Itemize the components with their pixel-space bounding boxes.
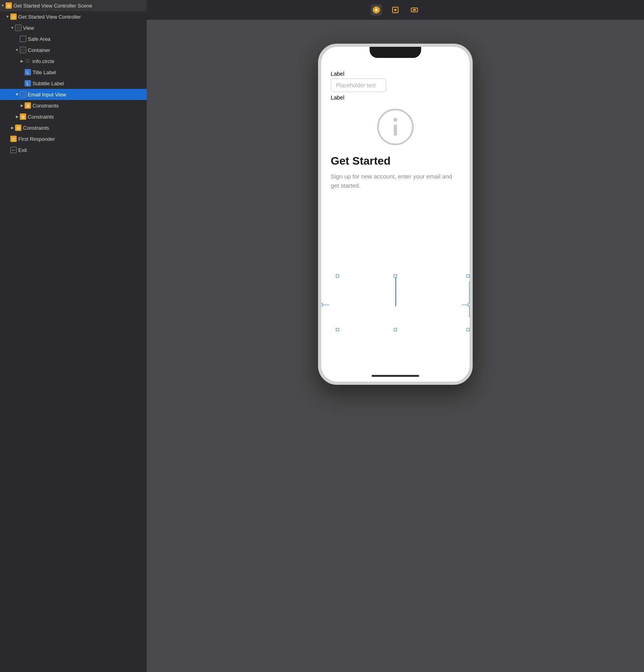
bottom-label: Label	[331, 94, 460, 101]
tree-icon-title-label: L	[25, 69, 31, 75]
phone-home-indicator	[372, 375, 419, 377]
tree-icon-constraints-2: ⊞	[20, 113, 26, 120]
tree-label-first-responder: First Responder	[18, 136, 144, 142]
tree-arrow-email-input-view[interactable]: ▼	[14, 92, 20, 96]
tree-item-container[interactable]: ▼□Container	[0, 44, 147, 56]
tree-icon-view: □	[15, 25, 21, 31]
tree-item-view[interactable]: ▼□View	[0, 22, 147, 33]
tree-icon-info-circle: ⓘ	[25, 58, 31, 64]
tree-arrow-constraints-3[interactable]: ▶	[10, 126, 15, 130]
tree-label-constraints-1: Constraints	[33, 103, 144, 109]
tree-arrow-constraints-1[interactable]: ▶	[19, 104, 25, 108]
svg-rect-8	[394, 125, 397, 136]
tree-label-safe-area: Safe Area	[28, 36, 144, 42]
tree-arrow-view[interactable]: ▼	[10, 26, 15, 30]
tree-item-info-circle[interactable]: ▶ⓘinfo.circle	[0, 56, 147, 67]
screen-content: Label Placeholder text Label Ge	[321, 47, 470, 382]
tree-label-subtitle-label: Subtitle Label	[33, 81, 144, 86]
phone-screen: Label Placeholder text Label Ge	[321, 47, 470, 382]
get-started-title: Get Started	[331, 155, 460, 167]
tree-label-exit: Exit	[18, 147, 144, 153]
tree-arrow-scene[interactable]: ▼	[0, 4, 6, 8]
tree-item-constraints-1[interactable]: ▶⊞Constraints	[0, 100, 147, 111]
tree-label-view: View	[23, 25, 144, 31]
tree-icon-subtitle-label: L	[25, 80, 31, 86]
tree-label-email-input-view: Email Input View	[28, 92, 144, 98]
svg-point-7	[393, 118, 397, 122]
tree-icon-exit: ↩	[10, 147, 17, 153]
svg-point-3	[394, 9, 397, 11]
tree-item-exit[interactable]: ↩Exit	[0, 144, 147, 156]
tree-item-first-responder[interactable]: ⊡First Responder	[0, 133, 147, 144]
svg-rect-5	[413, 9, 416, 11]
tree-icon-vc: ⊡	[10, 13, 17, 20]
get-started-subtitle: Sign up for new account, enter your emai…	[331, 172, 460, 190]
tree-item-constraints-2[interactable]: ▶⊞Constraints	[0, 111, 147, 122]
tree-icon-first-responder: ⊡	[10, 136, 17, 142]
tree-item-vc[interactable]: ▼⊡Get Started View Controller	[0, 11, 147, 22]
tree-item-subtitle-label[interactable]: LSubtitle Label	[0, 78, 147, 89]
phone-wrapper: Label Placeholder text Label Ge	[318, 44, 473, 385]
tree-label-vc: Get Started View Controller	[18, 14, 144, 20]
tree-arrow-constraints-2[interactable]: ▶	[14, 115, 20, 119]
tree-icon-scene: ⊞	[6, 2, 12, 9]
tree-arrow-container[interactable]: ▼	[14, 48, 20, 52]
phone-notch	[370, 47, 421, 58]
tree-item-constraints-3[interactable]: ▶⊞Constraints	[0, 122, 147, 133]
tree-label-scene: Get Started View Controller Scene	[13, 3, 144, 9]
placeholder-input[interactable]: Placeholder text	[331, 79, 386, 92]
tree-icon-constraints-3: ⊞	[15, 125, 21, 131]
phone-frame: Label Placeholder text Label Ge	[318, 44, 473, 385]
canvas-toolbar	[147, 0, 644, 20]
canvas: Label Placeholder text Label Ge	[147, 0, 644, 672]
top-label: Label	[331, 71, 460, 77]
tree-item-safe-area[interactable]: Safe Area	[0, 33, 147, 44]
tree-label-constraints-2: Constraints	[28, 114, 144, 120]
tree-icon-container: □	[20, 47, 26, 53]
tree-arrow-vc[interactable]: ▼	[5, 15, 10, 19]
tree-label-container: Container	[28, 47, 144, 53]
info-circle-icon	[331, 107, 460, 147]
tree-item-scene[interactable]: ▼⊞Get Started View Controller Scene	[0, 0, 147, 11]
tree-icon-email-input-view: □	[20, 91, 26, 98]
toolbar-rect-icon[interactable]	[409, 4, 420, 15]
toolbar-circle-icon[interactable]	[371, 4, 382, 15]
tree-label-constraints-3: Constraints	[23, 125, 144, 131]
tree-item-email-input-view[interactable]: ▼□Email Input View	[0, 89, 147, 100]
tree-icon-safe-area	[20, 36, 26, 42]
tree-label-title-label: Title Label	[33, 69, 144, 75]
tree-label-info-circle: info.circle	[33, 58, 144, 64]
tree-icon-constraints-1: ⊞	[25, 102, 31, 109]
tree-arrow-info-circle[interactable]: ▶	[19, 59, 25, 63]
svg-point-1	[375, 9, 378, 11]
sidebar: ▼⊞Get Started View Controller Scene▼⊡Get…	[0, 0, 147, 672]
toolbar-cube-icon[interactable]	[390, 4, 401, 15]
tree-item-title-label[interactable]: LTitle Label	[0, 67, 147, 78]
